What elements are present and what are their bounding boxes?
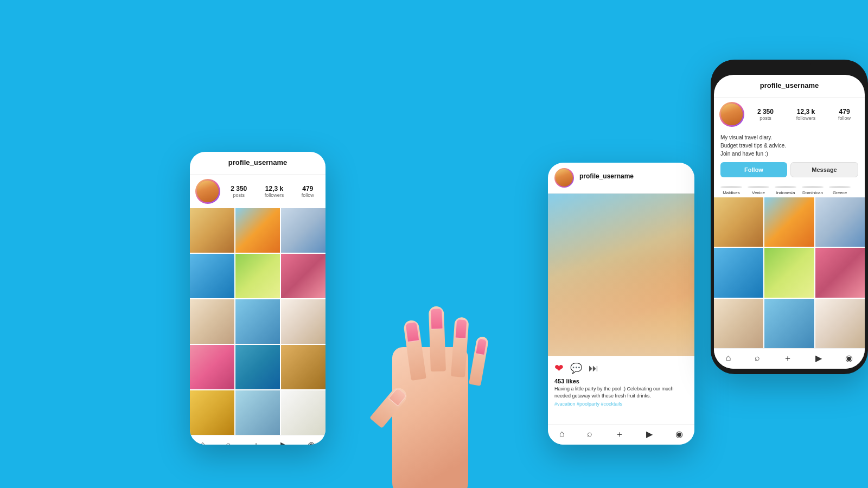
- center-stat-follow: 479 follow: [838, 108, 851, 121]
- story-venice-circle: [748, 186, 769, 188]
- left-stats: 2 350 posts 12,3 k followers 479 follow: [225, 185, 320, 198]
- center-photo-8: [764, 299, 814, 348]
- left-photo-9: [281, 299, 326, 344]
- right-post-actions: ❤ 💬 ⏭: [548, 356, 694, 378]
- bio-line-2: Budget travel tips & advice.: [720, 142, 858, 150]
- left-nav-video[interactable]: ▶: [280, 440, 287, 445]
- story-greece-label: Greece: [833, 190, 847, 195]
- left-photo-11: [235, 345, 280, 389]
- center-photo-9: [815, 299, 865, 348]
- center-stat-posts: 2 350 posts: [757, 108, 774, 121]
- left-follow-label: follow: [302, 192, 314, 198]
- message-button[interactable]: Message: [790, 162, 858, 177]
- left-stat-follow: 479 follow: [302, 185, 314, 198]
- left-profile-row: 2 350 posts 12,3 k followers 479 follow: [190, 175, 326, 208]
- finger-pinky: [469, 336, 489, 386]
- center-photo-2: [764, 197, 814, 247]
- finger-middle: [429, 306, 446, 372]
- left-nav-add[interactable]: ＋: [252, 440, 260, 445]
- left-photo-2: [235, 208, 280, 253]
- left-photo-15: [281, 390, 326, 435]
- center-posts-value: 2 350: [757, 108, 774, 115]
- share-icon[interactable]: ⏭: [589, 363, 598, 374]
- center-follow-label: follow: [838, 115, 851, 121]
- center-photo-6: [815, 248, 865, 297]
- story-dominican-label: Dominican: [802, 190, 823, 195]
- right-nav-video[interactable]: ▶: [646, 429, 653, 440]
- follow-button[interactable]: Follow: [720, 162, 787, 177]
- center-bio: My visual travel diary. Budget travel ti…: [714, 131, 865, 162]
- finger-thumb: [369, 384, 410, 428]
- hand: [358, 271, 510, 488]
- left-photo-10: [190, 345, 234, 389]
- center-avatar: [719, 102, 744, 127]
- story-venice-label: Venice: [752, 190, 765, 195]
- left-photo-8: [235, 299, 280, 344]
- story-dominican-circle: [802, 186, 824, 188]
- center-nav-profile[interactable]: ◉: [845, 353, 853, 364]
- center-nav-search[interactable]: ⌕: [755, 353, 760, 364]
- center-nav-add[interactable]: ＋: [783, 353, 792, 364]
- right-nav-search[interactable]: ⌕: [587, 429, 592, 440]
- left-follow-value: 479: [302, 185, 314, 192]
- center-stat-followers: 12,3 k followers: [796, 108, 816, 121]
- left-nav-search[interactable]: ⌕: [226, 440, 231, 445]
- left-stat-posts: 2 350 posts: [231, 185, 247, 198]
- left-posts-value: 2 350: [231, 185, 247, 192]
- likes-count: 453 likes: [548, 378, 694, 384]
- story-venice[interactable]: Venice: [748, 186, 769, 192]
- center-photo-7: [714, 299, 763, 348]
- center-photo-4: [714, 248, 763, 297]
- left-photo-13: [190, 390, 234, 435]
- left-nav-profile[interactable]: ◉: [308, 440, 315, 445]
- right-nav-add[interactable]: ＋: [615, 429, 624, 440]
- left-username: profile_username: [197, 158, 318, 166]
- post-hashtags: #vacation #poolparty #cocktails: [548, 401, 694, 411]
- center-stories: Maldives Venice Indonesia Dominican: [714, 183, 865, 197]
- center-photo-1: [714, 197, 763, 247]
- story-maldives[interactable]: Maldives: [720, 186, 742, 192]
- center-nav-video[interactable]: ▶: [815, 353, 822, 364]
- heart-icon[interactable]: ❤: [554, 362, 564, 375]
- right-avatar: [554, 168, 574, 188]
- center-nav-home[interactable]: ⌂: [726, 353, 731, 364]
- comment-icon[interactable]: 💬: [570, 362, 582, 374]
- left-phone-header: profile_username: [190, 152, 326, 175]
- story-indonesia[interactable]: Indonesia: [775, 186, 796, 192]
- bio-line-1: My visual travel diary.: [720, 133, 858, 142]
- center-followers-value: 12,3 k: [796, 108, 816, 115]
- left-followers-label: followers: [265, 192, 284, 198]
- story-greece-circle: [829, 186, 851, 188]
- center-phone-header: profile_username: [714, 75, 865, 98]
- right-username: profile_username: [579, 172, 634, 180]
- right-nav-profile[interactable]: ◉: [675, 429, 683, 440]
- hand-palm: [392, 347, 468, 488]
- center-profile-row: 2 350 posts 12,3 k followers 479 follow: [714, 98, 865, 131]
- story-maldives-circle: [720, 186, 742, 188]
- bio-line-3: Join and have fun :): [720, 150, 858, 158]
- center-bottom-nav: ⌂ ⌕ ＋ ▶ ◉: [714, 348, 865, 369]
- center-followers-label: followers: [796, 115, 816, 121]
- left-photo-7: [190, 299, 234, 344]
- center-username: profile_username: [722, 81, 857, 89]
- left-photo-14: [235, 390, 280, 435]
- right-nav-home[interactable]: ⌂: [559, 429, 565, 440]
- left-photo-1: [190, 208, 234, 253]
- finger-index: [403, 319, 426, 381]
- scene: profile_username 2 350 posts 12,3 k foll…: [0, 0, 868, 488]
- left-photo-12: [281, 345, 326, 389]
- right-bottom-nav: ⌂ ⌕ ＋ ▶ ◉: [548, 424, 694, 445]
- left-followers-value: 12,3 k: [265, 185, 284, 192]
- left-photo-5: [235, 254, 280, 298]
- story-maldives-label: Maldives: [723, 190, 740, 195]
- left-avatar: [195, 179, 220, 204]
- right-post-image: [548, 194, 694, 356]
- left-bottom-nav: ⌂ ⌕ ＋ ▶ ◉: [190, 435, 326, 445]
- center-follow-value: 479: [838, 108, 851, 115]
- left-nav-home[interactable]: ⌂: [200, 440, 206, 445]
- left-photo-grid: [190, 208, 326, 435]
- center-notch: [768, 60, 811, 68]
- center-action-buttons: Follow Message: [714, 162, 865, 183]
- story-dominican[interactable]: Dominican: [802, 186, 824, 192]
- story-greece[interactable]: Greece: [829, 186, 851, 192]
